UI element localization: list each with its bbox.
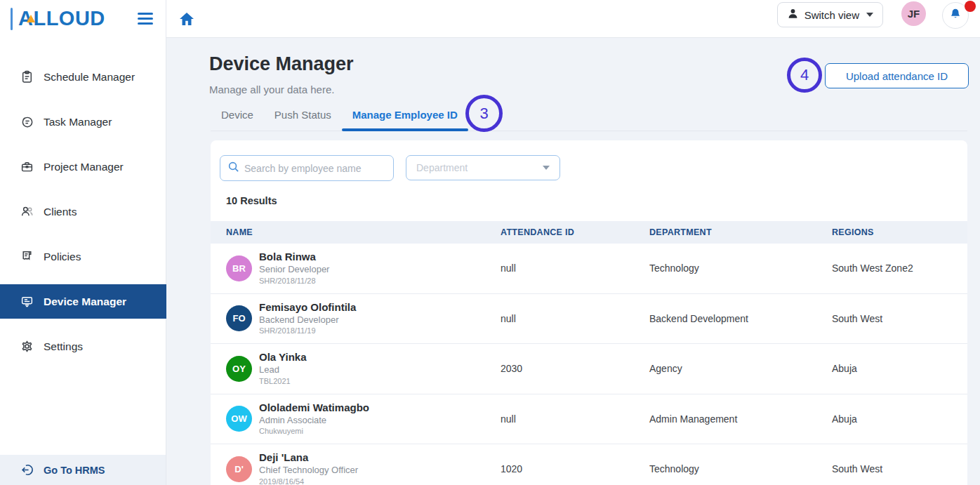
briefcase-icon <box>20 160 34 174</box>
sidebar-item-label: Project Manager <box>44 161 124 173</box>
results-count: 10 Results <box>226 195 277 206</box>
avatar: BR <box>226 255 252 281</box>
app-screen: ALLOUD Schedule Manager Task Manager Pro… <box>0 0 980 485</box>
tab-device[interactable]: Device <box>211 99 264 131</box>
table-row[interactable]: FO Femisayo Olofintila Backend Developer… <box>211 294 967 345</box>
sidebar-item-label: Device Manager <box>44 295 126 308</box>
table-header-row: NAME ATTENDANCE ID DEPARTMENT REGIONS <box>211 221 967 244</box>
policy-icon <box>20 250 34 264</box>
employee-table-card: Department 10 Results NAME ATTENDANCE ID… <box>211 140 967 485</box>
topbar: Switch view JF <box>166 0 980 38</box>
sidebar-item-project-manager[interactable]: Project Manager <box>0 150 166 184</box>
annotation-circle-3: 3 <box>465 95 503 132</box>
employee-role: Senior Developer <box>259 264 329 276</box>
attendance-id-value: null <box>501 313 649 324</box>
go-to-hrms-link[interactable]: Go To HRMS <box>0 455 166 485</box>
region-value: Abuja <box>832 363 967 374</box>
employee-name: Deji 'Lana <box>259 451 358 465</box>
region-value: South West <box>832 313 967 324</box>
attendance-id-value: null <box>501 413 649 425</box>
employee-staff-id: SHR/2018/11/28 <box>259 276 329 286</box>
clipboard-icon <box>20 70 34 84</box>
annotation-number: 3 <box>479 105 488 123</box>
tasks-icon <box>20 115 34 129</box>
department-value: Technology <box>649 463 832 474</box>
annotation-circle-4: 4 <box>787 58 822 93</box>
department-placeholder: Department <box>416 162 468 173</box>
user-avatar[interactable]: JF <box>901 1 926 26</box>
attendance-id-value: 2030 <box>501 363 649 374</box>
table-row[interactable]: D' Deji 'Lana Chief Technology Officer 2… <box>211 444 967 485</box>
table-body: BR Bola Rinwa Senior Developer SHR/2018/… <box>211 244 967 485</box>
switch-view-button[interactable]: Switch view <box>777 2 883 27</box>
tab-push-status[interactable]: Push Status <box>264 99 342 131</box>
department-value: Agency <box>649 363 832 374</box>
employee-staff-id: Chukwuyemi <box>259 426 369 436</box>
employee-role: Chief Technology Officer <box>259 465 358 477</box>
employee-role: Backend Developer <box>259 314 356 326</box>
region-value: Abuja <box>832 413 967 425</box>
logout-icon <box>21 463 35 477</box>
gear-icon <box>20 340 34 354</box>
sidebar-item-label: Schedule Manager <box>44 71 135 84</box>
device-icon <box>20 295 34 309</box>
employee-name: Ola Yinka <box>259 351 307 364</box>
column-header-name: NAME <box>226 227 501 237</box>
avatar: OY <box>226 356 252 382</box>
employee-staff-id: SHR/2018/11/19 <box>259 326 356 335</box>
avatar: FO <box>226 305 252 331</box>
sidebar-item-label: Clients <box>44 206 77 218</box>
department-value: Technology <box>649 263 832 274</box>
sidebar-item-schedule-manager[interactable]: Schedule Manager <box>0 60 166 94</box>
logo[interactable]: ALLOUD <box>0 0 166 39</box>
go-to-hrms-label: Go To HRMS <box>44 465 105 476</box>
employee-search <box>220 155 394 181</box>
sidebar-item-label: Settings <box>44 340 83 353</box>
sidebar-item-clients[interactable]: Clients <box>0 194 166 229</box>
employee-staff-id: 2019/8/16/54 <box>259 477 358 485</box>
avatar: D' <box>226 456 252 482</box>
sidebar-item-label: Task Manager <box>44 116 112 128</box>
avatar: OW <box>226 406 252 432</box>
employee-staff-id: TBL2021 <box>259 376 307 386</box>
attendance-id-value: 1020 <box>501 463 649 474</box>
main-content: Device Manager Manage all your data here… <box>166 38 980 485</box>
region-value: South West <box>832 463 967 474</box>
employee-name: Femisayo Olofintila <box>259 301 356 314</box>
bell-icon <box>949 8 962 23</box>
hamburger-menu-icon[interactable] <box>138 13 153 27</box>
employee-role: Admin Associate <box>259 415 369 427</box>
sidebar-item-settings[interactable]: Settings <box>0 329 166 364</box>
column-header-department: DEPARTMENT <box>649 227 832 237</box>
table-row[interactable]: OW Ololademi Watimagbo Admin Associate C… <box>211 394 967 445</box>
tab-bar: Device Push Status Manage Employee ID <box>211 99 967 131</box>
sidebar-item-device-manager[interactable]: Device Manager <box>0 284 166 319</box>
table-row[interactable]: OY Ola Yinka Lead TBL2021 2030 Agency Ab… <box>211 344 967 394</box>
column-header-attendance-id: ATTENDANCE ID <box>501 227 649 237</box>
people-icon <box>20 205 34 219</box>
department-value: Admin Management <box>649 413 832 425</box>
page-subtitle: Manage all your data here. <box>209 84 334 95</box>
employee-role: Lead <box>259 364 307 376</box>
notification-dot <box>965 1 976 12</box>
search-icon <box>227 161 239 175</box>
department-value: Backend Development <box>649 313 832 324</box>
logo-orange-triangle-icon <box>27 15 35 22</box>
region-value: South West Zone2 <box>832 263 967 274</box>
sidebar: ALLOUD Schedule Manager Task Manager Pro… <box>0 0 166 485</box>
table-row[interactable]: BR Bola Rinwa Senior Developer SHR/2018/… <box>211 244 967 294</box>
employee-name: Bola Rinwa <box>259 251 329 264</box>
sidebar-item-task-manager[interactable]: Task Manager <box>0 105 166 139</box>
logo-accent-bar <box>11 8 13 30</box>
page-title: Device Manager <box>209 53 354 75</box>
attendance-id-value: null <box>501 263 649 274</box>
employee-name: Ololademi Watimagbo <box>259 401 369 415</box>
department-dropdown[interactable]: Department <box>406 155 560 180</box>
sidebar-item-policies[interactable]: Policies <box>0 239 166 274</box>
tab-manage-employee-id[interactable]: Manage Employee ID <box>342 99 468 131</box>
upload-attendance-id-button[interactable]: Upload attendance ID <box>825 63 969 88</box>
search-input[interactable] <box>244 163 381 174</box>
sidebar-item-label: Policies <box>44 251 81 263</box>
home-icon[interactable] <box>178 11 195 27</box>
switch-view-label: Switch view <box>804 9 859 21</box>
